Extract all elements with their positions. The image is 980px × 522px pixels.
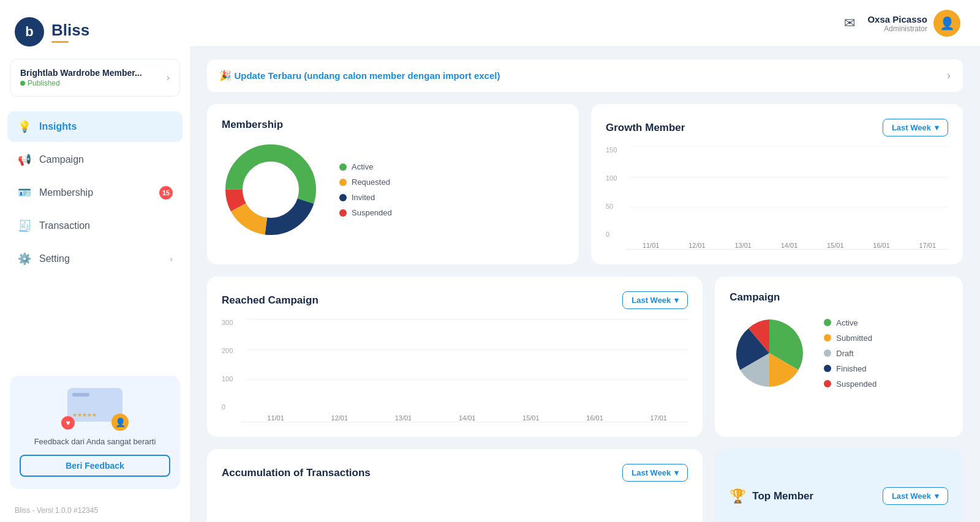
legend-dot-active [339, 163, 347, 171]
setting-icon: ⚙️ [17, 252, 32, 266]
nav-label-campaign: Campaign [39, 154, 84, 165]
user-info: Oxsa Picasso Administrator 👤 [867, 10, 960, 37]
campaign-legend-suspended: Suspended [824, 379, 876, 389]
sidebar-item-setting[interactable]: ⚙️ Setting › [7, 244, 183, 274]
y-axis-reached: 300 200 100 0 [222, 319, 233, 411]
accumulation-card-title: Accumulation of Transactions [222, 467, 371, 479]
reached-bars [246, 319, 688, 411]
sidebar-promo-section: ★★★★★ ♥ 👤 Feedback dari Anda sangat bera… [10, 376, 180, 490]
header: ✉ Oxsa Picasso Administrator 👤 [190, 0, 980, 47]
nav-label-setting: Setting [39, 253, 70, 264]
sidebar-logo: b Bliss [0, 0, 190, 59]
campaign-card: Campaign [715, 277, 963, 437]
org-name: Brightlab Wardrobe Member... [20, 68, 142, 78]
main-content: ✉ Oxsa Picasso Administrator 👤 🎉 Update … [190, 0, 980, 522]
campaign-legend-submitted: Submitted [824, 334, 876, 343]
accumulation-card: Accumulation of Transactions Last Week ▾ [207, 449, 703, 522]
setting-chevron-icon: › [170, 254, 173, 264]
accumulation-dropdown[interactable]: Last Week ▾ [622, 464, 688, 482]
reached-x-labels: 11/01 12/01 13/01 14/01 15/01 16/01 17/0… [246, 414, 688, 422]
membership-badge: 15 [159, 186, 173, 199]
update-banner[interactable]: 🎉 Update Terbaru (undang calon member de… [207, 59, 963, 92]
sidebar-item-insights[interactable]: 💡 Insights [7, 111, 183, 142]
campaign-pie-chart [729, 313, 809, 393]
insights-icon: 💡 [17, 120, 32, 133]
growth-card-header: Growth Member Last Week ▾ [606, 119, 948, 136]
growth-bar-chart: 150 100 50 0 [606, 146, 948, 250]
campaign-legend-finished: Finished [824, 364, 876, 373]
growth-bars [630, 146, 948, 238]
nav-label-membership: Membership [39, 187, 93, 198]
sidebar: b Bliss Brightlab Wardrobe Member... Pub… [0, 0, 190, 522]
org-status: Published [20, 79, 142, 88]
reached-dropdown[interactable]: Last Week ▾ [622, 291, 688, 309]
growth-card-title: Growth Member [606, 122, 685, 134]
reached-card-header: Reached Campaign Last Week ▾ [222, 291, 688, 309]
sidebar-version: Bliss - Versi 1.0.0 #12345 [0, 499, 190, 522]
accumulation-card-header: Accumulation of Transactions Last Week ▾ [222, 464, 688, 482]
sidebar-org-info: Brightlab Wardrobe Member... Published [20, 68, 142, 88]
banner-emoji: 🎉 [219, 70, 234, 81]
legend-dot-requested [339, 179, 347, 186]
nav-label-insights: Insights [39, 121, 77, 132]
sidebar-item-membership[interactable]: 🪪 Membership 15 [7, 177, 183, 208]
donut-chart [222, 141, 320, 239]
campaign-dot-suspended [824, 380, 831, 387]
campaign-dot-submitted [824, 334, 831, 341]
membership-card: Membership [207, 104, 579, 264]
user-name: Oxsa Picasso [867, 14, 927, 24]
growth-dropdown[interactable]: Last Week ▾ [883, 119, 948, 136]
promo-text: Feedback dari Anda sangat berarti [20, 436, 170, 448]
sidebar-item-campaign[interactable]: 📢 Campaign [7, 144, 183, 175]
legend-suspended: Suspended [339, 208, 392, 217]
legend-requested: Requested [339, 177, 392, 187]
sidebar-org-selector[interactable]: Brightlab Wardrobe Member... Published › [10, 59, 180, 97]
growth-member-card: Growth Member Last Week ▾ 150 100 50 0 [591, 104, 963, 264]
banner-text: Update Terbaru (undang calon member deng… [234, 70, 500, 81]
logo-icon: b [15, 17, 44, 47]
status-dot [20, 81, 25, 86]
promo-graphic: ★★★★★ ♥ 👤 [20, 388, 170, 431]
top-member-dropdown[interactable]: Last Week ▾ [883, 487, 948, 505]
chevron-down-icon-top: ▾ [935, 491, 939, 501]
top-member-card: 🏆 Top Member Last Week ▾ [715, 449, 963, 522]
legend-dot-suspended [339, 209, 347, 217]
org-chevron-icon: › [167, 72, 170, 83]
legend-dot-invited [339, 194, 347, 201]
pie-container: Active Submitted Draft Finished [729, 313, 948, 393]
membership-icon: 🪪 [17, 186, 32, 199]
campaign-dot-finished [824, 365, 831, 372]
mail-icon[interactable]: ✉ [844, 15, 855, 31]
campaign-dot-active [824, 319, 831, 326]
trophy-icon: 🏆 [729, 488, 746, 504]
svg-point-5 [244, 163, 298, 217]
campaign-card-title: Campaign [729, 291, 948, 304]
campaign-legend: Active Submitted Draft Finished [824, 318, 876, 389]
y-axis-growth: 150 100 50 0 [606, 146, 617, 238]
legend-active: Active [339, 162, 392, 171]
campaign-legend-draft: Draft [824, 349, 876, 358]
sidebar-item-transaction[interactable]: 🧾 Transaction [7, 211, 183, 241]
banner-chevron-icon: › [947, 69, 951, 82]
membership-card-title: Membership [222, 119, 564, 131]
accumulation-placeholder [222, 491, 688, 522]
page-content: 🎉 Update Terbaru (undang calon member de… [190, 47, 980, 522]
chevron-down-icon-accum: ▾ [674, 468, 679, 477]
membership-legend: Active Requested Invited Suspended [339, 162, 392, 217]
campaign-icon: 📢 [17, 153, 32, 166]
logo-name: Bliss [51, 21, 89, 43]
row-2: Reached Campaign Last Week ▾ 300 200 100… [207, 277, 963, 437]
reached-card-title: Reached Campaign [222, 294, 318, 307]
sidebar-nav: 💡 Insights 📢 Campaign 🪪 Membership 15 🧾 … [0, 106, 190, 366]
chevron-down-icon-reached: ▾ [674, 296, 679, 305]
row-3: Accumulation of Transactions Last Week ▾… [207, 449, 963, 522]
feedback-button[interactable]: Beri Feedback [20, 455, 170, 477]
reached-campaign-card: Reached Campaign Last Week ▾ 300 200 100… [207, 277, 703, 437]
banner-content: 🎉 Update Terbaru (undang calon member de… [219, 70, 500, 81]
donut-container: Active Requested Invited Suspended [222, 141, 564, 239]
campaign-dot-draft [824, 349, 831, 357]
reached-bar-chart: 300 200 100 0 [222, 319, 688, 422]
user-details: Oxsa Picasso Administrator [867, 14, 927, 33]
user-avatar[interactable]: 👤 [933, 10, 960, 37]
campaign-legend-active: Active [824, 318, 876, 327]
